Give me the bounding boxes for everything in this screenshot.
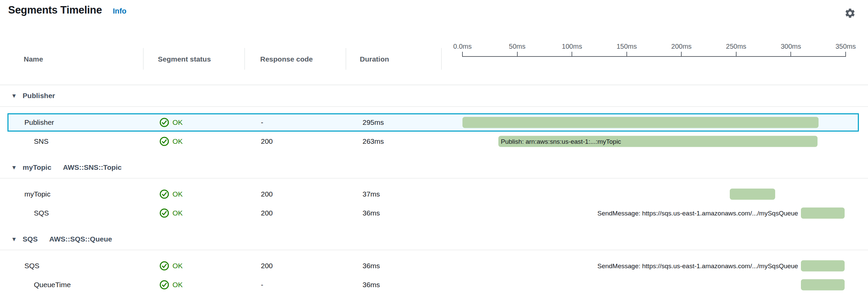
group-rows: myTopic OK 200 37ms SQS: [0, 179, 868, 223]
status-ok-icon: [159, 280, 169, 290]
duration: 263ms: [363, 132, 384, 151]
bar-outside-label: SendMessage: https://sqs.us-east-1.amazo…: [597, 260, 801, 272]
table-row[interactable]: Publisher OK - 295ms: [0, 113, 868, 132]
duration: 295ms: [363, 113, 384, 132]
column-header: Duration: [360, 54, 389, 64]
segment-status-cell: OK: [159, 113, 183, 132]
timeline-track: [462, 117, 846, 128]
timeline-bar[interactable]: [801, 208, 845, 219]
segment-group: ▼ SQS AWS::SQS::Queue SQS OK 200 36ms Se…: [0, 229, 868, 294]
axis-tick-label: 150ms: [603, 43, 650, 50]
group-rows: Publisher OK - 295ms SNS: [0, 107, 868, 151]
axis-tick-label: 50ms: [494, 43, 541, 50]
status-label: OK: [172, 209, 183, 217]
timeline-bar[interactable]: [730, 189, 775, 200]
segment-name: Publisher: [24, 113, 54, 132]
group-name: Publisher: [23, 92, 55, 100]
status-ok-icon: [159, 261, 169, 271]
group-header[interactable]: ▼ SQS AWS::SQS::Queue: [0, 229, 868, 250]
axis-tick: [626, 52, 627, 57]
status-label: OK: [172, 137, 183, 145]
timeline-bar[interactable]: Publish: arn:aws:sns:us-east-1:...:myTop…: [498, 136, 818, 147]
group-type: AWS::SNS::Topic: [63, 163, 122, 171]
segment-name: SQS: [34, 204, 49, 223]
axis-tick-label: 100ms: [548, 43, 596, 50]
segment-name: SNS: [34, 132, 48, 151]
page-title: Segments Timeline: [8, 4, 102, 16]
status-label: OK: [172, 281, 183, 289]
timeline-bar[interactable]: [801, 279, 845, 291]
panel-header: Segments Timeline Info: [8, 4, 126, 16]
status-ok-icon: [159, 189, 169, 199]
segment-status-cell: OK: [159, 204, 183, 223]
axis-tick-label: 200ms: [658, 43, 705, 50]
group-name: SQS: [23, 235, 38, 243]
segment-name: QueueTime: [34, 275, 71, 294]
duration: 36ms: [363, 275, 380, 294]
table-header: 0.0ms50ms100ms150ms200ms250ms300ms350ms …: [0, 0, 868, 85]
axis-tick: [845, 52, 846, 57]
caret-down-icon: ▼: [11, 236, 17, 242]
status-label: OK: [172, 118, 183, 127]
timeline-track: Publish: arn:aws:sns:us-east-1:...:myTop…: [462, 136, 846, 147]
axis-tick: [572, 52, 572, 57]
column-divider: [346, 48, 346, 70]
timeline-track: SendMessage: https://sqs.us-east-1.amazo…: [462, 208, 846, 219]
status-ok-icon: [159, 117, 169, 128]
group-type: AWS::SQS::Queue: [49, 235, 112, 243]
timeline-track: [462, 189, 846, 200]
axis-tick-label: 350ms: [822, 43, 868, 50]
group-header[interactable]: ▼ Publisher: [0, 85, 868, 107]
column-header: Response code: [260, 54, 313, 64]
status-ok-icon: [159, 136, 169, 146]
table-row[interactable]: SNS OK 200 263ms Publish: arn:aws:sns:us…: [0, 132, 868, 151]
status-ok-icon: [159, 208, 169, 218]
status-label: OK: [172, 190, 183, 198]
response-code: 200: [261, 204, 273, 223]
table-row[interactable]: SQS OK 200 36ms SendMessage: https://sqs…: [0, 256, 868, 275]
axis-tick-label: 0.0ms: [439, 43, 486, 50]
segment-group: ▼ myTopic AWS::SNS::Topic myTopic OK 200…: [0, 157, 868, 223]
segment-status-cell: OK: [159, 275, 183, 294]
group-rows: SQS OK 200 36ms SendMessage: https://sqs…: [0, 250, 868, 294]
timeline-axis: 0.0ms50ms100ms150ms200ms250ms300ms350ms: [462, 0, 846, 85]
column-divider: [143, 48, 144, 70]
caret-down-icon: ▼: [11, 93, 17, 99]
bar-inside-label: Publish: arn:aws:sns:us-east-1:...:myTop…: [498, 136, 818, 147]
info-link[interactable]: Info: [113, 7, 126, 16]
axis-tick-label: 250ms: [712, 43, 760, 50]
response-code: 200: [261, 256, 273, 275]
table-row[interactable]: QueueTime OK - 36ms: [0, 275, 868, 294]
status-label: OK: [172, 262, 183, 270]
group-header[interactable]: ▼ myTopic AWS::SNS::Topic: [0, 157, 868, 179]
axis-tick: [462, 52, 463, 57]
bar-outside-label: SendMessage: https://sqs.us-east-1.amazo…: [597, 208, 801, 219]
column-divider: [441, 48, 442, 70]
table-row[interactable]: SQS OK 200 36ms SendMessage: https://sqs…: [0, 204, 868, 223]
response-code: -: [261, 113, 263, 132]
timeline-bar[interactable]: [801, 260, 845, 272]
response-code: 200: [261, 185, 273, 204]
segment-status-cell: OK: [159, 132, 183, 151]
group-name: myTopic: [23, 163, 51, 171]
axis-tick: [790, 52, 791, 57]
axis-tick: [681, 52, 682, 57]
table-row[interactable]: myTopic OK 200 37ms: [0, 185, 868, 204]
segment-name: SQS: [24, 256, 39, 275]
response-code: 200: [261, 132, 273, 151]
gear-icon: [844, 7, 856, 19]
axis-baseline: [462, 56, 846, 57]
segments-table-body: ▼ Publisher Publisher OK - 295ms: [0, 85, 868, 294]
segment-group: ▼ Publisher Publisher OK - 295ms: [0, 85, 868, 151]
settings-button[interactable]: [844, 7, 856, 19]
timeline-bar[interactable]: [462, 117, 819, 128]
column-divider: [244, 48, 245, 70]
duration: 36ms: [363, 204, 380, 223]
column-header: Segment status: [158, 54, 211, 64]
duration: 36ms: [363, 256, 380, 275]
caret-down-icon: ▼: [11, 165, 17, 170]
column-header: Name: [24, 54, 43, 64]
segment-name: myTopic: [24, 185, 50, 204]
segment-status-cell: OK: [159, 185, 183, 204]
timeline-track: [462, 279, 846, 291]
